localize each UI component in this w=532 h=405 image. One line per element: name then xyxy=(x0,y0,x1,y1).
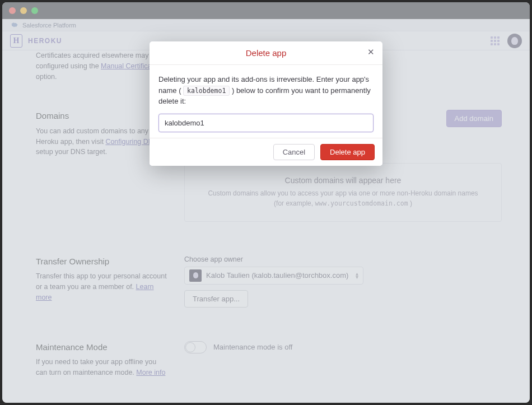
modal-header: Delete app ✕ xyxy=(150,41,382,65)
close-icon[interactable]: ✕ xyxy=(366,47,376,57)
modal-footer: Cancel Delete app xyxy=(150,138,382,166)
delete-app-modal: Delete app ✕ Deleting your app and its a… xyxy=(150,41,382,166)
confirm-app-name-input[interactable] xyxy=(158,114,374,132)
confirm-delete-button[interactable]: Delete app xyxy=(320,144,375,160)
cancel-button[interactable]: Cancel xyxy=(273,144,315,160)
modal-body: Deleting your app and its add-ons is irr… xyxy=(150,65,382,138)
app-name-chip: kalobdemo1 xyxy=(183,86,230,96)
modal-title: Delete app xyxy=(246,48,287,58)
app-window: Salesforce Platform H HEROKU Certificate… xyxy=(2,2,530,403)
